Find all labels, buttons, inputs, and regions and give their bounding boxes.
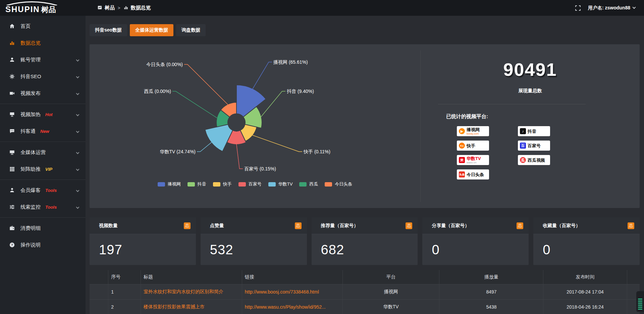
stat-card-value: 682 bbox=[312, 234, 418, 257]
stat-card-视频数量: 视频数量总197 bbox=[90, 217, 196, 265]
row-platform: 华数TV bbox=[342, 299, 439, 314]
platform-badge-播视网: ▶播视网boosj.com bbox=[457, 126, 489, 136]
legend-swatch bbox=[268, 182, 276, 187]
total-badge[interactable]: 总 bbox=[628, 222, 634, 229]
stat-card-title: 点赞量 bbox=[210, 223, 224, 229]
breadcrumb-item[interactable]: 树品 bbox=[97, 5, 115, 11]
stat-cards: 视频数量总197点赞量总532推荐量（百家号）总682分享量（百家号）总0收藏量… bbox=[90, 217, 640, 265]
heat-icon bbox=[9, 111, 15, 118]
col-header-链接: 链接 bbox=[242, 270, 342, 284]
breadcrumb-item[interactable]: 数据总览 bbox=[123, 5, 151, 11]
sidebar-item-badge: Tools bbox=[45, 188, 57, 193]
brand-logo: SHUPIN树品 bbox=[5, 1, 86, 16]
chevron-down-icon bbox=[76, 129, 79, 133]
col-header-blank bbox=[90, 270, 108, 284]
legend-label: 西瓜 bbox=[309, 181, 318, 187]
sidebar-item-全媒体运营[interactable]: 全媒体运营 bbox=[0, 144, 86, 161]
total-badge[interactable]: 总 bbox=[517, 222, 523, 229]
chevron-down-icon bbox=[76, 75, 79, 78]
col-header-序号: 序号 bbox=[108, 270, 141, 284]
col-header-标题: 标题 bbox=[141, 270, 242, 284]
chevron-down-icon bbox=[76, 113, 79, 116]
total-badge[interactable]: 总 bbox=[184, 222, 191, 229]
breadcrumb-label: 数据总览 bbox=[131, 5, 151, 11]
col-header-播放量: 播放量 bbox=[439, 270, 543, 284]
stat-card-value: 197 bbox=[90, 234, 196, 257]
tab-bar: 抖音seo数据全媒体运营数据询盘数据 bbox=[90, 24, 206, 36]
sidebar-item-视频加热[interactable]: 视频加热Hot bbox=[0, 106, 86, 123]
row-checkbox-cell bbox=[90, 284, 108, 299]
stat-card-header: 视频数量总 bbox=[90, 217, 196, 234]
sidebar-item-会员爆客[interactable]: 会员爆客Tools bbox=[0, 182, 86, 199]
total-badge[interactable]: 总 bbox=[406, 222, 412, 229]
platform-badge-今日头条: 头条今日头条 bbox=[457, 169, 489, 179]
tab-抖音seo数据[interactable]: 抖音seo数据 bbox=[90, 24, 127, 36]
tab-询盘数据[interactable]: 询盘数据 bbox=[176, 24, 206, 36]
chevron-down-icon bbox=[633, 6, 636, 9]
col-header-发布时间: 发布时间 bbox=[543, 270, 627, 284]
sidebar-item-label: 首页 bbox=[20, 23, 31, 30]
app-icon bbox=[97, 5, 102, 11]
stat-card-点赞量: 点赞量总532 bbox=[201, 217, 307, 265]
sidebar-item-首页[interactable]: 首页 bbox=[0, 18, 86, 35]
sidebar-item-矩阵助推[interactable]: 矩阵助推VIP bbox=[0, 161, 86, 177]
row-url-link[interactable]: http://www.wasu.cn/Play/show/id/952... bbox=[245, 304, 326, 310]
stat-card-推荐量（百家号）: 推荐量（百家号）总682 bbox=[312, 217, 418, 265]
pie-label: 播视网 (65.61%) bbox=[273, 59, 308, 65]
sidebar-item-label: 全媒体运营 bbox=[20, 149, 46, 156]
sidebar-item-badge: VIP bbox=[45, 167, 52, 172]
sidebar-item-label: 矩阵助推 bbox=[20, 166, 41, 172]
summary-area: 90491 展现量总数 已统计的视频平台: ▶播视网boosj.com♪抖音Ks… bbox=[421, 44, 640, 208]
row-time: 2017-08-24 17:04 bbox=[543, 284, 627, 299]
total-badge[interactable]: 总 bbox=[295, 222, 302, 229]
platform-name: 播视网 bbox=[467, 127, 480, 132]
legend-item-华数TV[interactable]: 华数TV bbox=[268, 181, 293, 187]
legend-item-西瓜[interactable]: 西瓜 bbox=[299, 181, 318, 187]
pie-label: 百家号 (0.15%) bbox=[244, 166, 276, 171]
sidebar-item-操作说明[interactable]: ?操作说明 bbox=[0, 237, 86, 253]
legend-item-快手[interactable]: 快手 bbox=[213, 181, 232, 187]
table-row: 2楼体投影灯投影效果震撼上市http://www.wasu.cn/Play/sh… bbox=[90, 299, 640, 314]
pie-slice-华数TV[interactable] bbox=[205, 124, 232, 152]
sidebar-item-账号管理[interactable]: 账号管理 bbox=[0, 51, 86, 68]
legend-item-播视网[interactable]: 播视网 bbox=[158, 181, 181, 187]
platform-badge-grid: ▶播视网boosj.com♪抖音Ks快手百百家号米华数TVwasu.cn瓜西瓜视… bbox=[457, 126, 550, 179]
fullscreen-icon[interactable] bbox=[575, 5, 581, 11]
legend-item-抖音[interactable]: 抖音 bbox=[187, 181, 206, 187]
legend-swatch bbox=[299, 182, 307, 187]
sidebar-item-badge: New bbox=[40, 129, 49, 134]
pie-label-line bbox=[197, 142, 212, 152]
sidebar-item-label: 消费明细 bbox=[20, 225, 41, 231]
question-icon: ? bbox=[9, 242, 15, 248]
row-title-link[interactable]: 楼体投影灯投影效果震撼上市 bbox=[144, 304, 205, 309]
user-menu[interactable]: 用户名: zswodun88 bbox=[588, 5, 635, 11]
row-no: 1 bbox=[108, 284, 141, 299]
table-row: 1室外水纹灯和室内水纹灯的区别和简介http://www.boosj.com/7… bbox=[90, 284, 640, 299]
stat-card-value: 0 bbox=[533, 234, 640, 257]
stat-card-分享量（百家号）: 分享量（百家号）总0 bbox=[422, 217, 529, 265]
sidebar-group: 首页数据总览账号管理抖音SEO视频发布 bbox=[0, 16, 86, 104]
sidebar-item-抖客通[interactable]: 抖客通New bbox=[0, 123, 86, 140]
tab-全媒体运营数据[interactable]: 全媒体运营数据 bbox=[130, 24, 173, 36]
chevron-down-icon bbox=[76, 58, 79, 61]
topbar-right: 用户名: zswodun88 bbox=[575, 0, 635, 16]
legend-item-今日头条[interactable]: 今日头条 bbox=[325, 181, 352, 187]
member-icon bbox=[9, 187, 15, 194]
col-header-blank bbox=[627, 270, 640, 284]
sidebar-item-线索监控[interactable]: 线索监控Tools bbox=[0, 199, 86, 215]
sidebar-item-数据总览[interactable]: 数据总览 bbox=[0, 35, 86, 51]
legend-swatch bbox=[158, 182, 165, 187]
sidebar-group: 视频加热Hot抖客通New bbox=[0, 104, 86, 142]
rose-chart[interactable]: 播视网 (65.61%)抖音 (9.40%)快手 (0.11%)百家号 (0.1… bbox=[90, 54, 420, 188]
row-url-link[interactable]: http://www.boosj.com/7338468.html bbox=[245, 289, 319, 295]
sidebar-item-消费明细[interactable]: 消费明细 bbox=[0, 220, 86, 237]
sidebar-item-视频发布[interactable]: 视频发布 bbox=[0, 85, 86, 102]
legend-item-百家号[interactable]: 百家号 bbox=[238, 181, 262, 187]
chart-legend: 播视网抖音快手百家号华数TV西瓜今日头条 bbox=[90, 181, 420, 187]
sidebar-item-抖音SEO[interactable]: 抖音SEO bbox=[0, 68, 86, 85]
floating-widget[interactable] bbox=[636, 291, 644, 312]
row-title-link[interactable]: 室外水纹灯和室内水纹灯的区别和简介 bbox=[144, 289, 223, 294]
overview-panel: 播视网 (65.61%)抖音 (9.40%)快手 (0.11%)百家号 (0.1… bbox=[90, 44, 640, 208]
breadcrumb: 树品>数据总览 bbox=[97, 0, 151, 16]
sidebar-item-label: 抖客通 bbox=[20, 128, 36, 135]
